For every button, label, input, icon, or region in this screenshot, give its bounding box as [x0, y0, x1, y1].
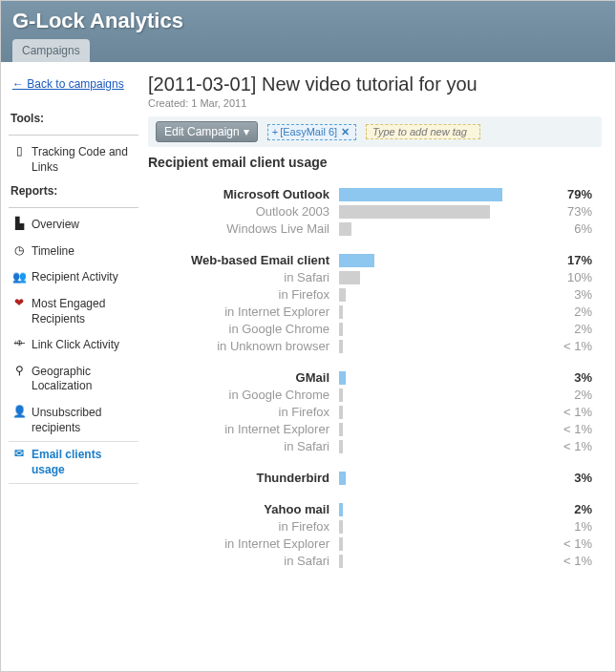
chart-bar-cell [339, 340, 546, 353]
sidebar-item-email-clients-usage[interactable]: ✉Email clients usage [9, 441, 138, 484]
sidebar-item-label: Link Click Activity [32, 338, 119, 353]
chart-row-label: in Google Chrome [148, 322, 339, 336]
chart-bar-cell [339, 305, 546, 319]
chart-row-major: Web-based Email client17% [148, 253, 592, 267]
chart-row-sub: in Unknown browser< 1% [148, 339, 592, 353]
chart-bar-cell [339, 440, 546, 453]
chart-bar [339, 406, 343, 419]
chart-row-label: in Unknown browser [148, 339, 339, 353]
tools-heading: Tools: [11, 112, 138, 125]
app-header: G-Lock Analytics Campaigns [1, 1, 615, 62]
chart-row-sub: in Safari< 1% [148, 439, 592, 453]
sidebar-item-most-engaged-recipients[interactable]: ❤Most Engaged Recipients [9, 291, 138, 332]
sidebar-item-timeline[interactable]: ◷Timeline [9, 239, 138, 265]
chart-group: Microsoft Outlook79%Outlook 200373%Windo… [148, 187, 592, 236]
chart-bar [339, 472, 346, 485]
chart-bar [339, 305, 343, 319]
chart-row-value: 1% [546, 519, 592, 534]
chart-row-label: in Firefox [148, 405, 339, 419]
chart-group: Yahoo mail2%in Firefox1%in Internet Expl… [148, 502, 592, 568]
sidebar-item-overview[interactable]: ▙Overview [9, 212, 138, 239]
pin-icon: ⚲ [12, 365, 26, 378]
clock-icon: ◷ [12, 244, 26, 258]
chart-bar-cell [339, 503, 546, 516]
chart-bar-cell [339, 555, 546, 568]
reports-heading: Reports: [11, 184, 138, 198]
person-x-icon: 👤 [12, 406, 26, 419]
chart-row-label: in Internet Explorer [148, 422, 339, 436]
chart-bar-cell [339, 188, 546, 201]
chart-bar [339, 323, 343, 336]
chart-bar [339, 222, 351, 236]
chart-bar-cell [339, 406, 546, 419]
chart-row-sub: in Firefox1% [148, 519, 592, 534]
back-to-campaigns-link[interactable]: ← Back to campaigns [12, 77, 124, 91]
heart-icon: ❤ [12, 297, 26, 310]
sidebar-item-unsubscribed-recipients[interactable]: 👤Unsubscribed recipients [9, 400, 138, 441]
chart-row-sub: in Firefox3% [148, 287, 592, 302]
sidebar-item-label: Recipient Activity [32, 270, 118, 285]
page-icon: ▯ [12, 145, 26, 158]
chart-bar [339, 520, 343, 534]
sidebar-item-label: Unsubscribed recipients [32, 406, 135, 435]
sidebar-item-label: Geographic Localization [32, 365, 135, 394]
sidebar-item-tracking-code-and-links[interactable]: ▯Tracking Code and Links [9, 139, 138, 180]
chart-group: Thunderbird3% [148, 471, 592, 485]
chart-row-label: in Internet Explorer [148, 304, 339, 319]
chart-row-sub: in Firefox< 1% [148, 405, 592, 419]
chart-row-major: Thunderbird3% [148, 471, 592, 485]
edit-campaign-button[interactable]: Edit Campaign ▾ [156, 121, 258, 142]
chart-bar [339, 288, 346, 302]
chart-bar-cell [339, 520, 546, 534]
chart-row-value: < 1% [546, 439, 592, 453]
chart-row-value: 2% [546, 388, 592, 402]
sidebar-item-label: Tracking Code and Links [32, 145, 135, 175]
page-title: [2011-03-01] New video tutorial for you [148, 74, 602, 95]
bars-icon: ▙ [12, 218, 26, 231]
chart-row-label: Yahoo mail [148, 502, 339, 516]
chart-row-value: 2% [546, 304, 592, 319]
sidebar-item-recipient-activity[interactable]: 👥Recipient Activity [9, 264, 138, 291]
chart-bar-cell [339, 472, 546, 485]
chart-row-label: in Firefox [148, 519, 339, 534]
divider [9, 135, 138, 136]
chart-bar-cell [339, 288, 546, 302]
chart-bar-cell [339, 423, 546, 436]
chart-row-sub: Windows Live Mail6% [148, 221, 592, 236]
chart-row-label: in Google Chrome [148, 388, 339, 402]
tag-label: [EasyMail 6] [280, 126, 337, 137]
chart-bar-cell [339, 537, 546, 551]
edit-campaign-label: Edit Campaign [164, 125, 240, 138]
top-tabs: Campaigns [12, 39, 604, 62]
chart-row-sub: in Internet Explorer< 1% [148, 536, 592, 551]
sidebar-item-label: Email clients usage [32, 448, 135, 477]
chart-row-value: 3% [546, 471, 592, 485]
sidebar: ← Back to campaigns Tools: ▯Tracking Cod… [9, 72, 138, 585]
sidebar-item-label: Overview [32, 218, 79, 233]
chart-row-value: 2% [546, 502, 592, 516]
chart-row-value: 17% [546, 253, 592, 267]
chart-bar-cell [339, 371, 546, 385]
chart-row-sub: in Safari10% [148, 270, 592, 284]
sidebar-item-geographic-localization[interactable]: ⚲Geographic Localization [9, 359, 138, 400]
chart-row-label: in Safari [148, 270, 339, 284]
chart-row-sub: Outlook 200373% [148, 204, 592, 219]
close-icon[interactable]: ✕ [339, 126, 351, 138]
chart-bar-cell [339, 254, 546, 267]
chart-row-value: 3% [546, 287, 592, 302]
chart-row-value: < 1% [546, 554, 592, 568]
sidebar-item-label: Timeline [32, 244, 74, 260]
chart-row-value: < 1% [546, 405, 592, 419]
mail-icon: ✉ [12, 448, 26, 461]
divider [9, 207, 138, 208]
add-tag-input[interactable] [366, 124, 480, 139]
chart-bar [339, 423, 343, 436]
campaign-tag[interactable]: + [EasyMail 6] ✕ [267, 124, 356, 140]
campaign-toolbar: Edit Campaign ▾ + [EasyMail 6] ✕ [148, 116, 602, 147]
chart-bar [339, 188, 502, 201]
chart-bar [339, 371, 346, 385]
email-client-chart: Microsoft Outlook79%Outlook 200373%Windo… [148, 187, 602, 568]
tab-campaigns[interactable]: Campaigns [12, 39, 90, 62]
sidebar-item-link-click-activity[interactable]: ⬲Link Click Activity [9, 332, 138, 359]
chart-bar [339, 555, 343, 568]
